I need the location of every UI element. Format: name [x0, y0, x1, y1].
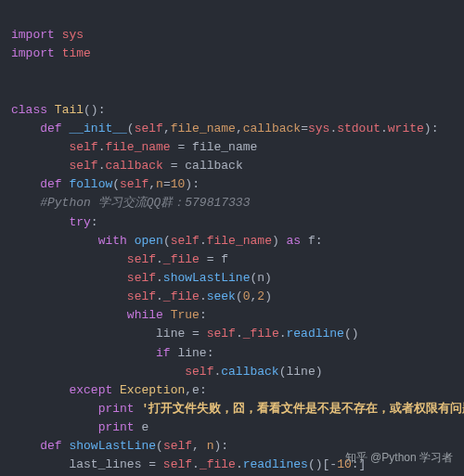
code-line: try:	[11, 215, 98, 229]
code-block: import sys import time class Tail(): def…	[0, 0, 464, 476]
code-line: def showLastLine(self, n):	[11, 439, 228, 453]
watermark: 知乎 @Python 学习者	[345, 449, 453, 467]
code-line: self.showLastLine(n)	[11, 271, 272, 285]
code-line: last_lines = self._file.readlines()[-10:…	[11, 457, 366, 471]
code-line: print '打开文件失败，囧，看看文件是不是不存在，或者权限有问题'	[11, 402, 464, 416]
code-line: if line:	[11, 346, 213, 360]
code-line: self.file_name = file_name	[11, 140, 257, 154]
code-line: self._file = f	[11, 252, 228, 266]
code-line: import time	[11, 46, 91, 60]
code-line: import sys	[11, 28, 84, 42]
code-line: print e	[11, 420, 148, 434]
code-line: while True:	[11, 308, 207, 322]
code-line: def follow(self,n=10):	[11, 177, 200, 191]
code-line: with open(self.file_name) as f:	[11, 234, 323, 248]
code-line: except Exception,e:	[11, 383, 207, 397]
code-line: def __init__(self,file_name,callback=sys…	[11, 122, 438, 135]
code-line: self.callback(line)	[11, 365, 323, 379]
code-line: class Tail():	[11, 103, 105, 117]
code-line: self._file.seek(0,2)	[11, 289, 272, 303]
code-line: self.callback = callback	[11, 159, 243, 173]
code-line: #Python 学习交流QQ群：579817333	[11, 196, 250, 210]
code-line: line = self._file.readline()	[11, 327, 359, 341]
